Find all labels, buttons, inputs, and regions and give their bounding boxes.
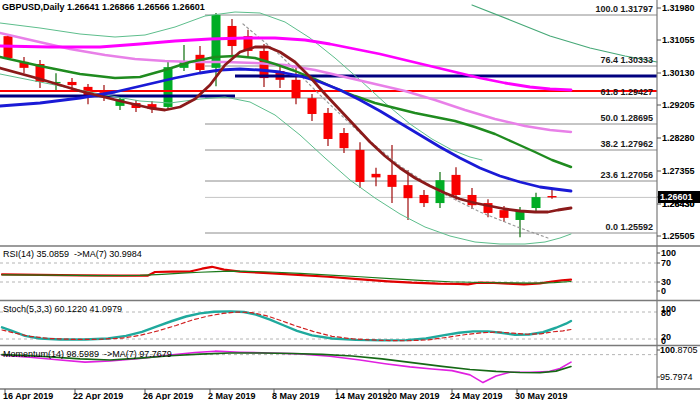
bull-candle [532, 197, 541, 208]
longterm-ma-green [472, 5, 657, 62]
bear-candle [420, 195, 429, 203]
rsi-ma [2, 271, 571, 283]
bull-candle [212, 15, 221, 68]
dotted-trendline [243, 24, 548, 238]
bull-candle [164, 67, 173, 107]
bear-candle [500, 210, 509, 218]
bear-candle [228, 26, 237, 46]
bear-candle [340, 133, 349, 148]
bear-candle [68, 82, 77, 85]
bear-candle [292, 80, 301, 98]
bear-candle [548, 196, 557, 197]
bear-candle [308, 98, 317, 114]
chart-canvas[interactable] [0, 0, 700, 400]
bear-candle [404, 185, 413, 198]
mt4-chart-window: GBPUSD,Daily 1.26641 1.26866 1.26566 1.2… [0, 0, 700, 400]
momentum-line [2, 351, 571, 382]
bear-candle [356, 150, 365, 182]
bear-candle [324, 113, 333, 139]
bear-candle [452, 175, 461, 195]
bear-candle [388, 175, 397, 187]
bear-candle [372, 174, 381, 178]
band-lower [0, 74, 571, 244]
stoch-k [2, 311, 571, 340]
momentum-ma [2, 353, 571, 373]
